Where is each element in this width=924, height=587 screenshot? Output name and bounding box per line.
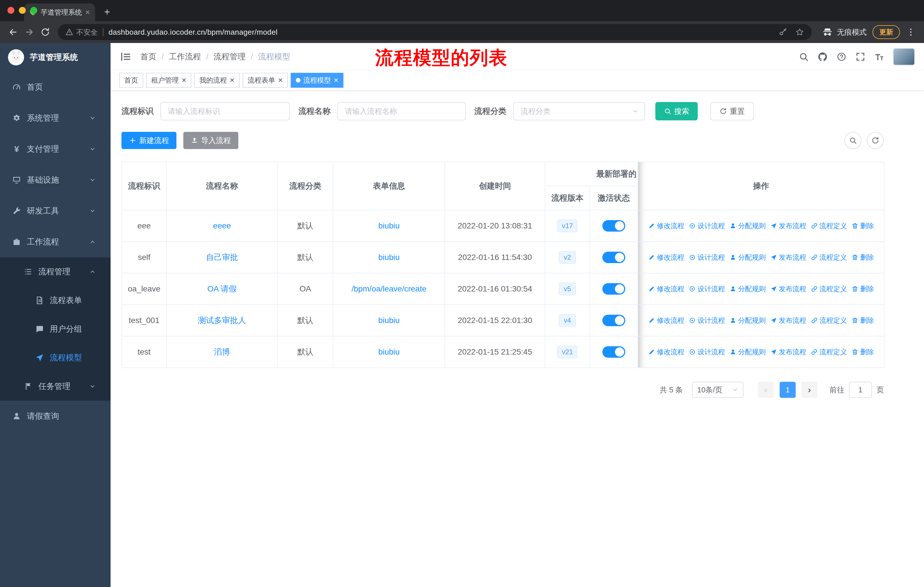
refresh-table-button[interactable] <box>867 132 884 149</box>
breadcrumb-item[interactable]: 首页 <box>140 51 157 62</box>
form-info-link[interactable]: biubiu <box>378 316 400 325</box>
sidebar-item-user-group[interactable]: 用户分组 <box>0 315 111 343</box>
reload-button[interactable] <box>37 24 53 40</box>
font-size-icon[interactable] <box>874 51 884 62</box>
app-logo[interactable]: 芋道管理系统 <box>0 43 111 72</box>
publish-process-link[interactable]: 发布流程 <box>770 284 806 293</box>
delete-link[interactable]: 删除 <box>851 316 874 325</box>
current-page-button[interactable]: 1 <box>780 382 796 398</box>
back-button[interactable] <box>5 24 21 40</box>
delete-link[interactable]: 删除 <box>851 221 874 230</box>
status-toggle[interactable] <box>602 251 625 263</box>
process-name-link[interactable]: 滔博 <box>214 347 230 356</box>
sidebar-item-task-management[interactable]: 任务管理 <box>0 372 111 401</box>
design-process-link[interactable]: 设计流程 <box>689 253 725 262</box>
form-info-link[interactable]: biubiu <box>378 347 400 356</box>
assign-rule-link[interactable]: 分配规则 <box>729 347 766 357</box>
assign-rule-link[interactable]: 分配规则 <box>729 221 766 230</box>
page-tab-process-model[interactable]: 流程模型× <box>291 73 343 88</box>
delete-link[interactable]: 删除 <box>851 347 874 357</box>
browser-menu-button[interactable] <box>903 24 919 40</box>
new-tab-button[interactable]: + <box>100 5 115 20</box>
process-name-link[interactable]: OA 请假 <box>207 284 237 293</box>
publish-process-link[interactable]: 发布流程 <box>770 253 806 262</box>
modify-process-link[interactable]: 修改流程 <box>648 347 684 357</box>
design-process-link[interactable]: 设计流程 <box>689 347 725 357</box>
process-name-input[interactable] <box>337 102 466 121</box>
process-name-link[interactable]: eeee <box>213 221 231 230</box>
publish-process-link[interactable]: 发布流程 <box>770 221 806 230</box>
modify-process-link[interactable]: 修改流程 <box>648 284 684 293</box>
breadcrumb-item[interactable]: 流程管理 <box>214 51 246 62</box>
sidebar-item-system[interactable]: 系统管理 <box>0 103 111 134</box>
process-definition-link[interactable]: 流程定义 <box>811 347 847 357</box>
create-process-button[interactable]: 新建流程 <box>121 132 177 149</box>
sidebar-item-home[interactable]: 首页 <box>0 72 111 103</box>
category-select[interactable]: 流程分类 <box>513 102 645 121</box>
process-key-input[interactable] <box>160 102 290 121</box>
toggle-search-button[interactable] <box>844 132 861 149</box>
window-minimize-button[interactable] <box>19 7 26 14</box>
sidebar-item-leave-query[interactable]: 请假查询 <box>0 401 111 432</box>
forward-button[interactable] <box>21 24 37 40</box>
design-process-link[interactable]: 设计流程 <box>689 284 725 293</box>
assign-rule-link[interactable]: 分配规则 <box>729 253 766 262</box>
next-page-button[interactable]: › <box>802 382 817 398</box>
process-definition-link[interactable]: 流程定义 <box>811 284 847 293</box>
process-definition-link[interactable]: 流程定义 <box>811 316 847 325</box>
sidebar-item-process-form[interactable]: 流程表单 <box>0 286 111 315</box>
reset-button[interactable]: 重置 <box>710 102 754 121</box>
assign-rule-link[interactable]: 分配规则 <box>729 316 766 325</box>
form-info-link[interactable]: biubiu <box>378 253 400 262</box>
close-tab-icon[interactable]: × <box>334 76 338 84</box>
sidebar-item-process-management[interactable]: 流程管理 <box>0 257 111 286</box>
sidebar-item-process-model[interactable]: 流程模型 <box>0 343 111 372</box>
bookmark-star-icon[interactable] <box>795 28 804 37</box>
import-process-button[interactable]: 导入流程 <box>183 132 238 149</box>
user-avatar[interactable] <box>893 48 915 65</box>
security-indicator[interactable]: 不安全 <box>65 28 98 37</box>
close-tab-icon[interactable]: × <box>85 8 90 17</box>
delete-link[interactable]: 删除 <box>851 284 874 293</box>
close-tab-icon[interactable]: × <box>182 76 186 84</box>
page-size-select[interactable]: 10条/页 <box>692 382 744 398</box>
hamburger-icon[interactable] <box>120 51 132 63</box>
prev-page-button[interactable]: ‹ <box>758 382 774 398</box>
sidebar-item-workflow[interactable]: 工作流程 <box>0 227 111 257</box>
modify-process-link[interactable]: 修改流程 <box>648 316 684 325</box>
process-definition-link[interactable]: 流程定义 <box>811 221 847 230</box>
modify-process-link[interactable]: 修改流程 <box>648 253 684 262</box>
process-name-link[interactable]: 测试多审批人 <box>198 316 246 325</box>
design-process-link[interactable]: 设计流程 <box>689 316 725 325</box>
window-zoom-button[interactable] <box>30 7 37 14</box>
status-toggle[interactable] <box>602 315 625 326</box>
search-icon[interactable] <box>799 51 809 62</box>
github-icon[interactable] <box>817 51 828 62</box>
sidebar-item-infrastructure[interactable]: 基础设施 <box>0 165 111 195</box>
help-icon[interactable] <box>837 51 846 62</box>
password-key-icon[interactable] <box>779 28 788 37</box>
fullscreen-icon[interactable] <box>855 51 866 62</box>
status-toggle[interactable] <box>602 283 625 294</box>
publish-process-link[interactable]: 发布流程 <box>770 316 806 325</box>
page-tab-home[interactable]: 首页 <box>119 73 143 88</box>
delete-link[interactable]: 删除 <box>851 253 874 262</box>
modify-process-link[interactable]: 修改流程 <box>648 221 684 230</box>
publish-process-link[interactable]: 发布流程 <box>770 347 806 357</box>
form-info-link[interactable]: biubiu <box>378 221 400 230</box>
search-button[interactable]: 搜索 <box>655 102 698 121</box>
breadcrumb-item[interactable]: 工作流程 <box>169 51 201 62</box>
form-info-link[interactable]: /bpm/oa/leave/create <box>351 284 426 293</box>
page-tab-tenant[interactable]: 租户管理× <box>146 73 191 88</box>
process-name-link[interactable]: 自己审批 <box>206 253 238 262</box>
sidebar-item-devtools[interactable]: 研发工具 <box>0 195 111 227</box>
page-tab-process-form[interactable]: 流程表单× <box>243 73 288 88</box>
window-close-button[interactable] <box>7 7 14 14</box>
status-toggle[interactable] <box>602 346 625 358</box>
assign-rule-link[interactable]: 分配规则 <box>729 284 766 293</box>
process-definition-link[interactable]: 流程定义 <box>811 253 847 262</box>
update-button[interactable]: 更新 <box>873 25 900 39</box>
design-process-link[interactable]: 设计流程 <box>689 221 725 230</box>
sidebar-item-payment[interactable]: ¥支付管理 <box>0 134 111 165</box>
page-tab-my-process[interactable]: 我的流程× <box>194 73 239 88</box>
